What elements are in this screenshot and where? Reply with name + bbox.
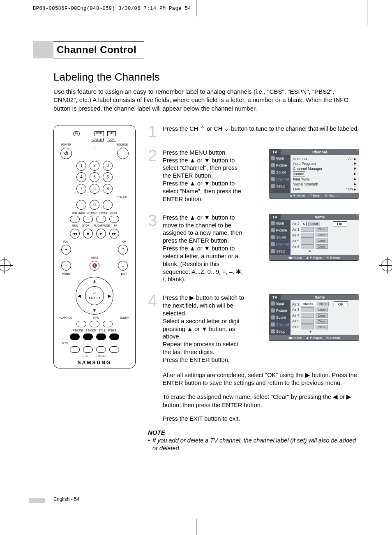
osd-side-input: Input (269, 155, 291, 162)
osd-side-menu: Input Picture Sound Channel Setup (269, 155, 291, 193)
remote-digit-7: 7 (76, 184, 86, 194)
remote-digit-1: 1 (76, 161, 86, 171)
remote-prech-button (103, 200, 113, 210)
osd-name-menu-2: TVName Input Picture Sound Channel Setup (269, 294, 359, 341)
remote-reset-label: ○ RESET (95, 354, 106, 357)
osd-channel-menu: TVChannel Input Picture Sound Channel Se… (269, 149, 359, 199)
step-text: Press the ▶ button to switch to the next… (163, 294, 245, 364)
remote-mts-label: MTS (62, 342, 68, 345)
channel-icon (271, 177, 275, 181)
remote-prech-label: PRE-CH (117, 195, 127, 198)
remote-chmgr-label: CH MGR (86, 211, 97, 214)
remote-caption-button (76, 321, 86, 327)
remote-blank-button-2 (96, 346, 106, 353)
osd-main-list: Antenna: Air ▶ Auto Program▶ Channel Man… (291, 155, 359, 193)
remote-smode-label: S.MODE (85, 329, 96, 332)
section-banner: Channel Control (53, 41, 359, 58)
step-number: 1 (148, 125, 159, 138)
osd-side-sound: Sound (269, 169, 291, 176)
remote-dpad: ▲ ▼ ◀ ▶ ⏎ENTER (76, 277, 113, 315)
osd-side-channel: Channel (269, 176, 291, 183)
dpad-right-icon: ▶ (108, 293, 111, 298)
setup-icon (271, 184, 275, 188)
remote-mode-stb: STB (107, 131, 116, 136)
osd-tv-label: TV (269, 149, 281, 155)
crop-mark-top (196, 0, 196, 16)
crop-mark-bottom (196, 519, 196, 535)
remote-power-label: POWER (61, 143, 71, 146)
remote-source-button (117, 148, 129, 159)
step-text: Press the ▲ or ▼ button to move to the c… (163, 214, 245, 284)
picture-icon (271, 163, 275, 167)
remote-mode-cable: CABLE (91, 138, 104, 141)
crop-rule-right (367, 0, 367, 25)
remote-dash: – (76, 200, 86, 210)
osd-side-picture: Picture (276, 228, 287, 232)
remote-vol-up: + (61, 245, 71, 255)
remote-digit-9: 9 (103, 184, 113, 194)
remote-chmgr-button (83, 216, 93, 222)
step-4: 4 Press the ▶ button to switch to the ne… (148, 291, 359, 364)
remote-psize-button (109, 334, 119, 340)
remote-info-label: INFO (93, 316, 99, 319)
note-heading: NOTE (148, 429, 359, 436)
print-slugline: BP68-00586F-00Eng(048~059) 3/30/06 7:14 … (33, 6, 191, 12)
remote-digit-4: 4 (76, 172, 86, 182)
input-icon (271, 156, 275, 160)
remote-ff-label: FF (114, 224, 117, 227)
osd-selected-item: Name (293, 171, 305, 176)
remote-mode-dvd: DVD (95, 131, 104, 136)
step-text: Press the MENU button. Press the ▲ or ▼ … (163, 149, 245, 203)
note-body: • If you add or delete a TV channel, the… (148, 437, 359, 452)
remote-digit-2: 2 (90, 161, 99, 171)
remote-psize-label: P.SIZE (108, 329, 116, 332)
remote-play-label: PLAY/PAUSE (94, 224, 110, 227)
folio-tab (29, 498, 45, 503)
remote-info-button (90, 321, 99, 327)
remote-set-label: ○ SET (82, 354, 90, 357)
remote-dnse-label: DNSe (110, 211, 117, 214)
section-title: Channel Control (53, 41, 144, 58)
step-2: 2 Press the MENU button. Press the ▲ or … (148, 146, 359, 203)
remote-ff-button: ▸▸ (109, 229, 119, 239)
remote-pmode-label: P.MODE (73, 329, 83, 332)
step-number: 3 (148, 214, 159, 284)
registration-mark-left (0, 259, 11, 271)
remote-exit-label: EXIT (121, 272, 127, 275)
sound-icon (271, 170, 275, 174)
remote-rew-button: ◂◂ (70, 229, 80, 239)
remote-still-button (96, 334, 106, 340)
remote-caption-label: CAPTION (60, 316, 72, 319)
osd-name-menu: TVName Input Picture Sound Channel Setup (269, 214, 359, 261)
osd-title: Name (281, 214, 359, 220)
remote-digit-0: 0 (90, 200, 99, 210)
remote-stop-label: STOP (82, 224, 90, 227)
remote-illustration: TV DVD STB CABLE VCR POWER SOURCE ⏻ ∴ (53, 125, 136, 368)
osd-ok-button: OK (334, 301, 348, 307)
remote-vol-down: – (61, 261, 71, 271)
remote-vol-label: VOL (63, 240, 68, 243)
dpad-down-icon: ▼ (92, 308, 97, 313)
step-text: Press the CH ⌃ or CH ⌄ button to tune to… (163, 125, 359, 138)
step-3: 3 Press the ▲ or ▼ button to move to the… (148, 211, 359, 284)
remote-dnse-button (109, 216, 119, 222)
remote-pmode-button (70, 334, 80, 340)
osd-side-channel: Channel (276, 242, 289, 246)
page-subhead: Labeling the Channels (53, 71, 359, 83)
remote-smode-button (83, 334, 93, 340)
remote-antenna-button (70, 216, 80, 222)
remote-ch-label: CH (122, 240, 126, 243)
dpad-up-icon: ▲ (92, 279, 97, 283)
remote-power-button: ⏻ (60, 148, 72, 159)
remote-still-label: STILL (99, 329, 106, 332)
osd-footer: ▲▼ Move⏎ Enter⟲ Return (269, 193, 359, 198)
osd-title: Channel (281, 149, 359, 155)
osd-side-sound: Sound (276, 235, 286, 239)
remote-sleep-button (103, 321, 113, 327)
osd-name-field-selected: A (301, 222, 307, 226)
remote-blank-button-1 (83, 346, 93, 353)
remote-mts-button (70, 346, 80, 353)
page-content: Channel Control Labeling the Channels Us… (53, 41, 359, 452)
remote-sleep-label: SLEEP (120, 316, 129, 319)
remote-enter-button: ⏎ENTER (85, 286, 104, 305)
